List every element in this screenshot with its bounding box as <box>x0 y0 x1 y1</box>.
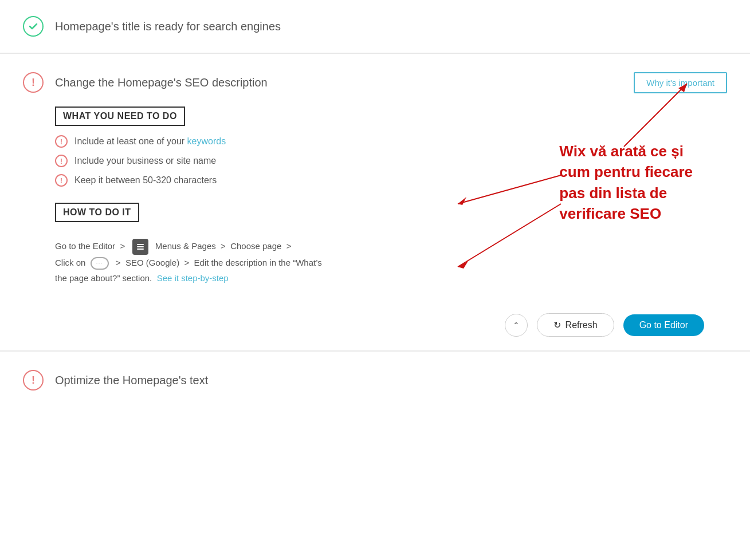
go-editor-button[interactable]: Go to Editor <box>623 314 704 336</box>
checklist-text-2: Include your business or site name <box>74 156 216 166</box>
checklist-item-1: ! Include at least one of your keywords <box>55 135 704 148</box>
checklist-item-3: ! Keep it between 50-320 characters <box>55 174 704 187</box>
warning-circle-icon-3: ! <box>23 370 44 391</box>
section-active-header: ! Change the Homepage's SEO description <box>23 72 727 93</box>
step-line-2: Click on ··· > SEO (Google) > Edit the d… <box>55 255 704 270</box>
menu-icon <box>132 239 148 255</box>
step-line-1: Go to the Editor > Menus & Pages > Choos… <box>55 238 704 255</box>
checklist-warn-icon-3: ! <box>55 174 68 187</box>
warning-circle-icon: ! <box>23 72 44 93</box>
keywords-link[interactable]: keywords <box>187 136 226 146</box>
action-row: ⌃ ↻ Refresh Go to Editor <box>23 299 727 350</box>
section-active: ! Change the Homepage's SEO description … <box>0 54 750 351</box>
refresh-label: Refresh <box>566 320 598 330</box>
checklist-warn-icon-1: ! <box>55 135 68 148</box>
refresh-button[interactable]: ↻ Refresh <box>537 313 614 337</box>
section-completed: Homepage's title is ready for search eng… <box>0 0 750 53</box>
svg-rect-0 <box>137 244 144 245</box>
why-important-button[interactable]: Why it's important <box>634 72 727 93</box>
refresh-icon: ↻ <box>553 320 561 330</box>
how-to-section: HOW TO DO IT Go to the Editor > Menus & … <box>55 203 704 286</box>
checklist: ! Include at least one of your keywords … <box>55 135 704 187</box>
section3-title: Optimize the Homepage's text <box>55 374 208 387</box>
step-line-3: the page about?” section. See it step-by… <box>55 270 704 286</box>
what-you-need-label: WHAT YOU NEED TO DO <box>55 107 185 126</box>
section-pending: ! Optimize the Homepage's text <box>0 352 750 409</box>
step-by-step-link[interactable]: See it step-by-step <box>157 273 229 283</box>
chevron-up-icon: ⌃ <box>513 321 520 330</box>
how-to-steps: Go to the Editor > Menus & Pages > Choos… <box>55 238 704 286</box>
section-content: WHAT YOU NEED TO DO ! Include at least o… <box>23 107 727 286</box>
page-wrapper: Homepage's title is ready for search eng… <box>0 0 750 409</box>
how-to-label: HOW TO DO IT <box>55 203 139 222</box>
checklist-warn-icon-2: ! <box>55 155 68 167</box>
svg-rect-1 <box>137 246 144 247</box>
section2-title: Change the Homepage's SEO description <box>55 76 268 89</box>
section1-title: Homepage's title is ready for search eng… <box>55 20 281 33</box>
checklist-text-1: Include at least one of your keywords <box>74 136 226 147</box>
dots-icon: ··· <box>91 257 109 270</box>
checklist-item-2: ! Include your business or site name <box>55 155 704 167</box>
check-circle-icon <box>23 16 44 37</box>
collapse-button[interactable]: ⌃ <box>505 314 528 337</box>
svg-rect-2 <box>137 249 144 250</box>
checklist-text-3: Keep it between 50-320 characters <box>74 175 217 186</box>
